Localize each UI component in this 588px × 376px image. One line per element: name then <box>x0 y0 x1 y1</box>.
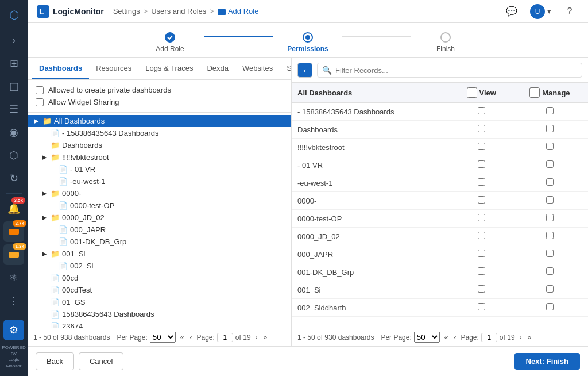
tab-saved-maps[interactable]: Saved Maps <box>280 58 291 79</box>
view-checkbox-7[interactable] <box>478 232 485 239</box>
view-checkbox-4[interactable] <box>478 178 485 186</box>
table-row: 002_Siddharth <box>292 299 588 317</box>
cancel-button[interactable]: Cancel <box>79 352 123 370</box>
tree-toggle-all[interactable]: ▶ <box>32 117 40 125</box>
table-container: All Dashboards View <box>292 83 588 328</box>
left-page-first[interactable]: « <box>178 332 187 343</box>
tree-item-001si[interactable]: ▶ 📁 001_Si <box>28 248 291 260</box>
tree-label-jd02: 0000_JD_02 <box>62 213 105 222</box>
sidebar-item-network[interactable]: ⬡ <box>3 145 24 166</box>
alerts2-icon <box>9 229 19 235</box>
tree-item-01vr[interactable]: ▶ 📄 - 01 VR <box>28 163 291 175</box>
manage-all-checkbox[interactable] <box>529 87 540 98</box>
tree-item-00cd[interactable]: ▶ 📄 00cd <box>28 272 291 284</box>
tab-resources[interactable]: Resources <box>89 58 138 79</box>
view-checkbox-6[interactable] <box>478 214 485 221</box>
view-checkbox-8[interactable] <box>478 250 485 257</box>
sidebar-item-alerts3[interactable]: 1.3k <box>3 244 24 265</box>
manage-checkbox-2[interactable] <box>546 143 554 150</box>
left-per-page-select[interactable]: 50 100 200 <box>150 332 176 343</box>
manage-checkbox-3[interactable] <box>546 160 554 168</box>
table-body: - 158386435643 Dashboards Dashboards !!!… <box>292 103 588 317</box>
view-all-checkbox[interactable] <box>467 87 477 98</box>
view-checkbox-1[interactable] <box>478 125 485 132</box>
manage-checkbox-6[interactable] <box>546 214 554 221</box>
private-dashboards-checkbox[interactable] <box>36 86 44 94</box>
right-page-last[interactable]: » <box>525 332 534 343</box>
view-checkbox-9[interactable] <box>478 267 485 275</box>
next-button[interactable]: Next: Finish <box>514 353 580 370</box>
sidebar-item-atom[interactable]: ⚛ <box>3 267 24 288</box>
left-page-next[interactable]: › <box>253 332 260 343</box>
tree-toggle-0000[interactable]: ▶ <box>40 190 48 198</box>
tree-item-00cdtest[interactable]: ▶ 📄 00cdTest <box>28 284 291 296</box>
tree-item-0000testop[interactable]: ▶ 📄 0000-test-OP <box>28 199 291 212</box>
tab-logs-traces[interactable]: Logs & Traces <box>138 58 200 79</box>
tab-dashboards[interactable]: Dashboards <box>32 58 89 79</box>
right-page-prev[interactable]: ‹ <box>452 332 459 343</box>
view-checkbox-3[interactable] <box>478 160 485 168</box>
tree-item-23674[interactable]: ▶ 📄 23674 <box>28 320 291 328</box>
widget-sharing-checkbox[interactable] <box>36 98 44 106</box>
tree-item-all-dashboards[interactable]: ▶ 📁 All Dashboards <box>28 115 291 127</box>
manage-checkbox-1[interactable] <box>546 125 554 132</box>
sidebar-item-layers[interactable]: ☰ <box>3 99 24 120</box>
sidebar-item-settings[interactable]: ⚙ <box>3 320 24 340</box>
manage-checkbox-5[interactable] <box>546 196 554 204</box>
sidebar-toggle[interactable]: › <box>3 30 24 51</box>
tree-item-01gs[interactable]: ▶ 📄 01_GS <box>28 296 291 308</box>
breadcrumb: Settings > Users and Roles > Add Role <box>113 7 259 16</box>
tab-websites[interactable]: Websites <box>235 58 280 79</box>
tree-item-dkdbgrp[interactable]: ▶ 📄 001-DK_DB_Grp <box>28 236 291 248</box>
tree-item-002si[interactable]: ▶ 📄 002_Si <box>28 260 291 272</box>
tab-dexda[interactable]: Dexda <box>200 58 235 79</box>
filter-input[interactable] <box>335 66 577 75</box>
left-page-input[interactable] <box>217 333 233 342</box>
tree-page-icon-00cd: 📄 <box>51 274 60 282</box>
tree-page-icon-japr: 📄 <box>59 225 68 234</box>
tree-toggle-vbk[interactable]: ▶ <box>40 154 48 162</box>
manage-checkbox-8[interactable] <box>546 250 554 257</box>
sidebar-item-alerts1[interactable]: 🔔 3.5k <box>3 198 24 219</box>
sidebar-item-dashboard[interactable]: ⊞ <box>3 53 24 74</box>
sidebar-item-alerts2[interactable]: 2.7k <box>3 221 24 242</box>
view-checkbox-11[interactable] <box>478 303 485 310</box>
right-page-next[interactable]: › <box>517 332 524 343</box>
sidebar-item-globe[interactable]: ◉ <box>3 122 24 143</box>
sidebar-item-stack[interactable]: ◫ <box>3 76 24 97</box>
user-menu-button[interactable]: U ▾ <box>525 2 556 21</box>
left-page-last[interactable]: » <box>261 332 270 343</box>
tree-item-vbk[interactable]: ▶ 📁 !!!!!vbktestroot <box>28 151 291 163</box>
manage-checkbox-0[interactable] <box>546 107 554 114</box>
breadcrumb-settings[interactable]: Settings <box>113 7 140 16</box>
right-page-first[interactable]: « <box>442 332 451 343</box>
manage-checkbox-9[interactable] <box>546 267 554 275</box>
left-page-prev[interactable]: ‹ <box>188 332 195 343</box>
tree-item-158386435643-2[interactable]: ▶ 📄 158386435643 Dashboards <box>28 308 291 320</box>
sidebar-item-refresh[interactable]: ↻ <box>3 168 24 189</box>
view-checkbox-10[interactable] <box>478 285 485 293</box>
manage-checkbox-7[interactable] <box>546 232 554 239</box>
manage-checkbox-10[interactable] <box>546 285 554 293</box>
help-button[interactable]: ? <box>560 2 579 21</box>
breadcrumb-users-roles[interactable]: Users and Roles <box>151 7 206 16</box>
right-page-input[interactable] <box>481 333 497 342</box>
chat-button[interactable]: 💬 <box>502 2 521 21</box>
tree-item-dashboards[interactable]: ▶ 📁 Dashboards <box>28 139 291 151</box>
filter-toggle-button[interactable]: ‹ <box>297 63 312 78</box>
tree-item-0000[interactable]: ▶ 📁 0000- <box>28 187 291 199</box>
manage-checkbox-4[interactable] <box>546 178 554 186</box>
tree-item-japr[interactable]: ▶ 📄 000_JAPR <box>28 224 291 236</box>
back-button[interactable]: Back <box>36 352 74 370</box>
tree-item-jd02[interactable]: ▶ 📁 0000_JD_02 <box>28 212 291 224</box>
tree-toggle-jd02[interactable]: ▶ <box>40 214 48 222</box>
sidebar-item-more[interactable]: ⋮ <box>3 290 24 311</box>
tree-toggle-001si[interactable]: ▶ <box>40 250 48 258</box>
view-checkbox-0[interactable] <box>478 107 485 114</box>
right-per-page-select[interactable]: 50 100 200 <box>414 332 440 343</box>
view-checkbox-5[interactable] <box>478 196 485 204</box>
view-checkbox-2[interactable] <box>478 143 485 150</box>
tree-item-158386435643[interactable]: ▶ 📄 - 158386435643 Dashboards <box>28 127 291 139</box>
tree-item-euwest[interactable]: ▶ 📄 -eu-west-1 <box>28 175 291 187</box>
manage-checkbox-11[interactable] <box>546 303 554 310</box>
